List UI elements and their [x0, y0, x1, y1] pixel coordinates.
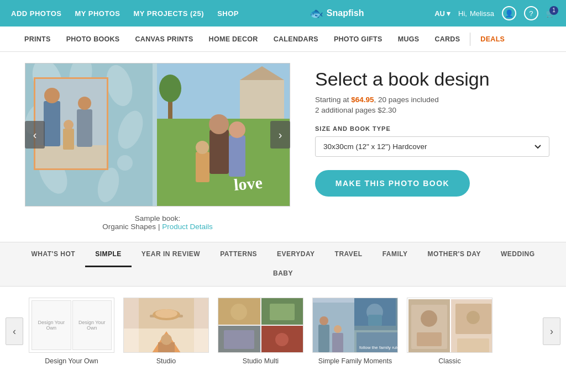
svg-rect-28: [229, 135, 245, 177]
book-thumb-simple-family-moments: follow the family rule: [312, 298, 398, 353]
multi-img-1: [218, 298, 260, 325]
tab-wedding[interactable]: WEDDING: [491, 242, 545, 267]
shop-link[interactable]: SHOP: [217, 9, 239, 18]
top-nav-right: AU ▾ Hi, Melissa 👤 ? 🛒 1: [434, 6, 555, 20]
book-thumb-studio: [123, 298, 209, 353]
my-projects-link[interactable]: MY PROJECTS (25): [133, 9, 204, 18]
multi-cell-1: [218, 298, 260, 325]
brand-logo[interactable]: 🐟 Snapfish: [310, 7, 364, 20]
svg-point-15: [44, 88, 60, 103]
tab-travel[interactable]: TRAVEL: [325, 242, 373, 267]
svg-rect-46: [224, 330, 254, 349]
svg-point-25: [159, 75, 181, 102]
user-greeting: Hi, Melissa: [458, 9, 494, 18]
svg-point-11: [117, 155, 133, 171]
tab-row-two: BABY: [6, 267, 560, 286]
svg-rect-22: [240, 80, 284, 119]
multi-cell-2: [261, 298, 303, 325]
svg-point-48: [275, 333, 289, 346]
tab-patterns[interactable]: PATTERNS: [210, 242, 267, 267]
svg-rect-44: [270, 304, 295, 320]
svg-point-17: [64, 120, 74, 130]
user-account-icon[interactable]: 👤: [502, 6, 516, 20]
book-item-simple-family-moments[interactable]: follow the family rule Simple Family Mom…: [312, 298, 398, 365]
tab-year-in-review[interactable]: YEAR IN REVIEW: [132, 242, 210, 267]
svg-rect-52: [332, 333, 343, 353]
region-selector[interactable]: AU ▾: [434, 9, 450, 18]
price-amount: $64.95: [351, 96, 374, 104]
tab-family[interactable]: FAMILY: [373, 242, 418, 267]
svg-rect-16: [63, 129, 74, 150]
svg-point-31: [196, 141, 209, 154]
carousel-next-button[interactable]: ›: [270, 121, 290, 149]
carousel-right-panel: love: [157, 63, 290, 206]
studio-top: [124, 298, 208, 329]
make-photo-book-button[interactable]: MAKE THIS PHOTO BOOK: [315, 170, 470, 197]
carousel-wrapper: ‹: [25, 63, 290, 206]
size-select[interactable]: 30x30cm (12" x 12") Hardcover: [315, 136, 549, 157]
svg-point-53: [334, 325, 342, 333]
nav-cards[interactable]: CARDS: [427, 27, 468, 52]
tab-everyday[interactable]: EVERYDAY: [267, 242, 324, 267]
multi-cell-3: [218, 326, 260, 352]
book-item-classic[interactable]: Classic: [407, 298, 492, 365]
svg-rect-30: [196, 152, 209, 182]
svg-text:follow the family rule: follow the family rule: [359, 345, 398, 350]
sfm-right: follow the family rule: [354, 298, 398, 353]
family-outdoor-photo: love: [157, 63, 290, 206]
help-icon[interactable]: ?: [524, 6, 538, 20]
sfm-bottom-image: follow the family rule: [357, 332, 398, 353]
tab-whats-hot[interactable]: WHAT'S HOT: [22, 242, 86, 267]
brand-name: Snapfish: [327, 8, 364, 18]
book-label-studio-multi: Studio Multi: [243, 357, 279, 365]
svg-point-19: [78, 97, 91, 110]
svg-point-40: [161, 334, 172, 345]
book-label-studio: Studio: [156, 357, 176, 365]
cart-icon[interactable]: 🛒 1: [546, 9, 555, 18]
classic-left-image: [408, 299, 450, 353]
svg-rect-50: [318, 325, 329, 352]
nav-photo-gifts[interactable]: PHOTO GIFTS: [326, 27, 390, 52]
my-photos-link[interactable]: MY PHOTOS: [75, 9, 120, 18]
carousel-image: love: [25, 63, 290, 206]
nav-mugs[interactable]: MUGS: [390, 27, 427, 52]
book-thumb-design-your-own: Design Your Own Design Your Own: [29, 298, 114, 353]
books-scroll-left[interactable]: ‹: [6, 317, 23, 345]
nav-photo-books[interactable]: PHOTO BOOKS: [59, 27, 128, 52]
book-item-studio-multi[interactable]: Studio Multi: [218, 298, 303, 365]
sfm-left: [313, 298, 354, 353]
books-section: ‹ Design Your Own Design Your Own Design…: [0, 287, 566, 376]
additional-pages-info: 2 additional pages $2.30: [315, 106, 549, 114]
nav-divider: [470, 33, 470, 46]
nav-prints[interactable]: PRINTS: [17, 27, 59, 52]
design-panel: Select a book design Starting at $64.95,…: [315, 63, 549, 197]
tab-simple[interactable]: SIMPLE: [85, 242, 132, 267]
svg-rect-18: [77, 109, 92, 147]
main-navigation: PRINTS PHOTO BOOKS CANVAS PRINTS HOME DE…: [0, 27, 566, 52]
top-nav-links: ADD PHOTOS MY PHOTOS MY PROJECTS (25) SH…: [11, 9, 239, 18]
carousel-prev-button[interactable]: ‹: [25, 121, 45, 149]
nav-canvas-prints[interactable]: CANVAS PRINTS: [127, 27, 201, 52]
svg-rect-62: [417, 332, 442, 346]
family-walking-photo: [35, 79, 108, 170]
studio-bottom: [124, 329, 208, 353]
nav-deals[interactable]: DEALS: [473, 27, 512, 52]
top-navigation: ADD PHOTOS MY PHOTOS MY PROJECTS (25) SH…: [0, 0, 566, 27]
nav-calendars[interactable]: CALENDARS: [266, 27, 326, 52]
book-item-studio[interactable]: Studio: [123, 298, 209, 365]
svg-point-61: [421, 310, 437, 327]
svg-rect-26: [209, 130, 229, 174]
chevron-down-icon: ▾: [447, 9, 450, 18]
classic-cell-1: [408, 299, 450, 353]
studio-bottom-image: [139, 329, 194, 353]
add-photos-link[interactable]: ADD PHOTOS: [11, 9, 61, 18]
svg-rect-14: [44, 101, 60, 146]
sample-book-label: Sample book: Organic Shapes | Product De…: [17, 214, 298, 231]
svg-point-65: [467, 311, 480, 324]
book-item-design-your-own[interactable]: Design Your Own Design Your Own Design Y…: [29, 298, 114, 365]
product-details-link[interactable]: Product Details: [162, 223, 213, 231]
tab-baby[interactable]: BABY: [263, 267, 303, 283]
tab-mothers-day[interactable]: MOTHER'S DAY: [418, 242, 491, 267]
books-scroll-right[interactable]: ›: [543, 317, 560, 345]
nav-home-decor[interactable]: HOME DECOR: [201, 27, 266, 52]
